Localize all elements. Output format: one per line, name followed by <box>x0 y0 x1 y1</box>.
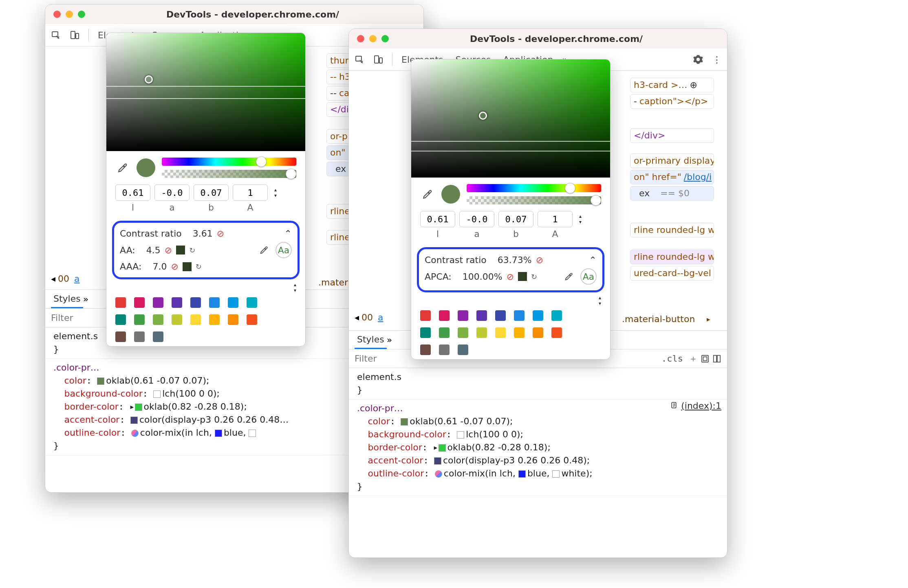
palette-swatch[interactable] <box>172 314 182 325</box>
replace-icon[interactable]: ↻ <box>189 246 195 255</box>
palette-swatch[interactable] <box>495 310 506 321</box>
palette-swatch[interactable] <box>551 327 562 338</box>
chevron-left-icon[interactable]: ◂ <box>355 312 359 323</box>
palette-swatch[interactable] <box>228 297 238 308</box>
alpha-slider[interactable] <box>162 170 296 178</box>
sv-cursor[interactable] <box>145 75 153 83</box>
saturation-value-area[interactable] <box>106 33 305 151</box>
format-stepper[interactable]: ▴▾ <box>579 213 582 225</box>
suggested-swatch[interactable] <box>518 272 527 281</box>
eyedropper-icon[interactable] <box>420 187 435 202</box>
palette-swatch[interactable] <box>514 327 525 338</box>
palette-swatch[interactable] <box>533 327 543 338</box>
zoom-traffic-light[interactable] <box>381 35 389 42</box>
cls-toggle[interactable]: .cls <box>661 353 683 364</box>
palette-swatch[interactable] <box>115 331 126 342</box>
tab-styles[interactable]: Styles <box>355 331 387 349</box>
palette-swatch[interactable] <box>134 314 145 325</box>
alpha-input[interactable] <box>233 184 268 201</box>
palette-swatch[interactable] <box>420 344 431 355</box>
hue-slider[interactable] <box>162 158 296 166</box>
palette-swatch[interactable] <box>458 310 468 321</box>
alpha-slider[interactable] <box>467 196 601 204</box>
more-tabs-icon[interactable]: » <box>387 335 392 345</box>
eyedropper-icon[interactable] <box>115 160 130 175</box>
close-traffic-light[interactable] <box>53 11 61 18</box>
palette-swatch[interactable] <box>495 327 506 338</box>
palette-swatch[interactable] <box>153 297 163 308</box>
palette-swatch[interactable] <box>420 327 431 338</box>
chevron-left-icon[interactable]: ◂ <box>51 274 55 284</box>
new-rule-icon[interactable]: ＋ <box>689 353 698 365</box>
palette-swatch[interactable] <box>115 297 126 308</box>
inspect-icon[interactable] <box>355 55 364 64</box>
source-link[interactable]: (index):1 <box>671 399 721 412</box>
palette-swatch[interactable] <box>476 327 487 338</box>
palette-swatch[interactable] <box>134 331 145 342</box>
ellipsis-icon[interactable]: ⊕ <box>690 79 697 91</box>
css-rule[interactable]: element.s} <box>349 368 727 399</box>
palette-swatch[interactable] <box>439 327 450 338</box>
breadcrumb[interactable]: ◂ 00 a <box>45 271 110 286</box>
palette-swatch[interactable] <box>458 344 468 355</box>
alpha-input[interactable] <box>538 211 573 227</box>
palette-swatch[interactable] <box>134 297 145 308</box>
suggested-swatch[interactable] <box>176 246 185 255</box>
filter-input[interactable]: Filter <box>51 313 73 323</box>
bg-eyedropper-icon[interactable] <box>562 269 576 284</box>
palette-swatch[interactable] <box>228 314 238 325</box>
css-rule[interactable]: (index):1 .color-pr… color: oklab(0.61 -… <box>349 399 727 496</box>
device-icon[interactable] <box>373 55 383 64</box>
suggested-swatch[interactable] <box>183 262 192 271</box>
palette-swatch[interactable] <box>153 331 163 342</box>
computed-icon[interactable] <box>701 354 710 363</box>
more-tabs-icon[interactable]: » <box>83 294 88 304</box>
palette-swatch[interactable] <box>209 297 220 308</box>
palette-swatch[interactable] <box>439 344 450 355</box>
format-stepper[interactable]: ▴▾ <box>274 187 277 198</box>
b-input[interactable] <box>498 211 533 227</box>
palette-swatch[interactable] <box>476 310 487 321</box>
palette-swatch[interactable] <box>247 297 257 308</box>
palette-swatch[interactable] <box>533 310 543 321</box>
sample-text-icon[interactable]: Aa <box>580 268 597 285</box>
collapse-icon[interactable]: ⌃ <box>284 228 292 239</box>
palette-swatch[interactable] <box>514 310 525 321</box>
palette-stepper[interactable]: ▴▾ <box>599 295 601 306</box>
zoom-traffic-light[interactable] <box>78 11 85 18</box>
palette-swatch[interactable] <box>458 327 468 338</box>
collapse-icon[interactable]: ⌃ <box>589 255 597 265</box>
minimize-traffic-light[interactable] <box>369 35 377 42</box>
a-input[interactable] <box>154 184 190 201</box>
palette-swatch[interactable] <box>153 314 163 325</box>
settings-icon[interactable] <box>693 54 703 65</box>
palette-swatch[interactable] <box>190 297 201 308</box>
replace-icon[interactable]: ↻ <box>531 272 537 281</box>
layout-icon[interactable] <box>712 354 721 363</box>
a-input[interactable] <box>459 211 494 227</box>
sv-cursor[interactable] <box>479 112 487 120</box>
palette-swatch[interactable] <box>247 314 257 325</box>
palette-swatch[interactable] <box>439 310 450 321</box>
saturation-value-area[interactable] <box>411 59 610 178</box>
filter-input[interactable]: Filter <box>355 353 377 364</box>
palette-swatch[interactable] <box>420 310 431 321</box>
minimize-traffic-light[interactable] <box>66 11 73 18</box>
l-input[interactable] <box>115 184 150 201</box>
breadcrumb-right[interactable]: .material-button ▸ <box>622 314 711 324</box>
device-icon[interactable] <box>70 30 79 40</box>
palette-swatch[interactable] <box>115 314 126 325</box>
hue-slider[interactable] <box>467 184 601 192</box>
close-traffic-light[interactable] <box>357 35 364 42</box>
palette-swatch[interactable] <box>209 314 220 325</box>
bg-eyedropper-icon[interactable] <box>257 243 271 257</box>
palette-swatch[interactable] <box>190 314 201 325</box>
inspect-icon[interactable] <box>51 30 61 40</box>
palette-swatch[interactable] <box>551 310 562 321</box>
l-input[interactable] <box>420 211 455 227</box>
replace-icon[interactable]: ↻ <box>196 262 202 271</box>
palette-swatch[interactable] <box>172 297 182 308</box>
palette-stepper[interactable]: ▴▾ <box>294 282 296 293</box>
kebab-icon[interactable]: ⋮ <box>712 55 721 65</box>
b-input[interactable] <box>194 184 229 201</box>
